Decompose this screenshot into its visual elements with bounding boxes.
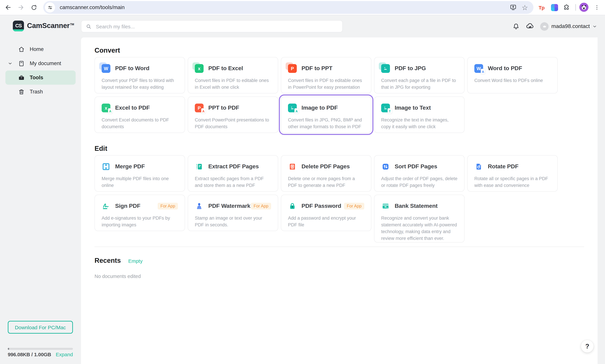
install-app-icon[interactable]: [510, 4, 517, 11]
section-title-convert: Convert: [94, 47, 584, 54]
camscanner-logo[interactable]: CS CamScannerTM: [13, 21, 74, 31]
rotate-pdf-card[interactable]: Rotate PDF Rotate all or specific pages …: [467, 155, 558, 192]
pdf-to-ppt-card[interactable]: P PDF to PPT Convert files in PDF to edi…: [281, 57, 371, 93]
no-documents-message: No documents edited: [94, 273, 584, 279]
search-icon: [85, 23, 92, 29]
browser-toolbar: camscanner.com/tools/main ☆ Tp: [0, 0, 605, 15]
recents-title: Recents: [94, 257, 121, 264]
camscanner-tools-page: camscanner.com/tools/main ☆ Tp CS CamSca…: [0, 0, 605, 364]
toolbar-separator: [575, 4, 576, 11]
back-icon[interactable]: [4, 3, 12, 12]
reload-icon[interactable]: [30, 3, 38, 12]
tool-description: Convert files in PDF to editable ones in…: [288, 77, 364, 91]
extension-tp-icon[interactable]: Tp: [538, 3, 546, 12]
bank-statement-card[interactable]: Bank Statement Recognize and convert you…: [374, 195, 465, 243]
expand-storage-link[interactable]: Expand: [56, 351, 73, 357]
extension-gradient-icon[interactable]: [550, 3, 558, 12]
tool-title: Word to PDF: [488, 65, 522, 72]
cloud-sync-icon[interactable]: [526, 22, 535, 31]
pdf-to-jpg-card[interactable]: PDF to JPG Convert each page of a file i…: [374, 57, 465, 93]
trash-icon: [18, 88, 25, 95]
tool-description: Convert Excel documents to PDF documents: [102, 117, 178, 130]
site-settings-chip[interactable]: [45, 2, 55, 13]
url-text[interactable]: camscanner.com/tools/main: [60, 4, 510, 11]
tool-title: Image to Text: [395, 104, 431, 111]
document-icon: [18, 60, 25, 67]
account-menu[interactable]: mada98.contact: [540, 22, 597, 30]
address-bar[interactable]: camscanner.com/tools/main ☆: [43, 1, 533, 14]
word-to-pdf-icon: WA: [474, 64, 483, 73]
forward-icon[interactable]: [17, 3, 25, 12]
main-panel: Convert W PDF to Word Convert your PDF f…: [81, 38, 598, 364]
image-to-text-card[interactable]: T Image to Text Recognize the text in th…: [374, 96, 465, 133]
help-button[interactable]: ?: [581, 340, 593, 352]
merge-pdf-icon: [102, 162, 110, 171]
sort-pdf-pages-icon: [381, 162, 390, 171]
bank-statement-icon: [381, 202, 390, 210]
tool-title: PPT to PDF: [208, 104, 239, 111]
pdf-to-ppt-icon: P: [288, 64, 297, 73]
sign-pdf-icon: [102, 202, 110, 210]
sidebar: Home My document Tools Trash Download Fo…: [0, 38, 81, 364]
word-to-pdf-card[interactable]: WA Word to PDF Convert Word files to PDF…: [467, 57, 558, 93]
recents-empty-link[interactable]: Empty: [128, 258, 143, 264]
merge-pdf-card[interactable]: Merge PDF Merge multiple PDF files into …: [94, 155, 185, 192]
sidebar-item-home[interactable]: Home: [5, 42, 76, 56]
tune-icon: [47, 5, 53, 10]
panda-icon: [580, 3, 588, 11]
rotate-pdf-icon: [474, 162, 483, 171]
delete-pdf-pages-card[interactable]: Delete PDF Pages Delete one or more page…: [281, 155, 371, 192]
tool-description: Convert Word files to PDFs online: [474, 77, 551, 84]
home-icon: [18, 46, 25, 53]
tool-title: PDF Password: [301, 203, 341, 209]
pdf-watermark-card[interactable]: PDF Watermark For App Stamp an image or …: [188, 195, 278, 231]
convert-cards-grid: W PDF to Word Convert your PDF files to …: [94, 57, 584, 133]
tool-description: Adjust the order of PDF pages, delete or…: [381, 175, 457, 189]
notifications-bell-icon[interactable]: [512, 22, 520, 30]
sidebar-item-trash[interactable]: Trash: [5, 85, 76, 99]
tool-description: Add a password and encrypt your PDF file: [288, 215, 364, 228]
bookmark-star-icon[interactable]: ☆: [522, 4, 528, 11]
tool-title: Merge PDF: [115, 163, 145, 170]
excel-to-pdf-card[interactable]: xA Excel to PDF Convert Excel documents …: [94, 96, 185, 133]
tool-description: Recognize and convert your bank statemen…: [381, 215, 457, 242]
tool-description: Rotate all or specific pages in a PDF wi…: [474, 175, 551, 189]
storage-progress-bar: [8, 348, 73, 350]
pdf-watermark-icon: [195, 202, 203, 210]
pdf-password-card[interactable]: PDF Password For App Add a password and …: [281, 195, 371, 231]
pdf-to-excel-card[interactable]: x PDF to Excel Convert files in PDF to e…: [188, 57, 278, 93]
trademark: TM: [70, 23, 74, 26]
pdf-to-excel-icon: x: [195, 64, 203, 73]
sidebar-item-label: Tools: [30, 75, 43, 81]
for-app-badge: For App: [251, 203, 271, 209]
search-input[interactable]: [95, 23, 313, 29]
sidebar-item-label: My document: [30, 60, 61, 66]
sign-pdf-card[interactable]: Sign PDF For App Add e-signatures to you…: [94, 195, 185, 231]
browser-menu-icon[interactable]: [593, 3, 600, 12]
premium-crown-avatar: [540, 22, 549, 30]
excel-to-pdf-icon: xA: [102, 104, 110, 112]
pdf-to-word-card[interactable]: W PDF to Word Convert your PDF files to …: [94, 57, 185, 93]
image-to-pdf-card[interactable]: A Image to PDF Convert files in JPG, PNG…: [281, 96, 371, 133]
ppt-to-pdf-card[interactable]: PA PPT to PDF Convert PowerPoint present…: [188, 96, 278, 133]
download-pc-mac-button[interactable]: Download For PC/Mac: [8, 321, 73, 334]
storage-usage-text: 996.08KB / 1.00GB: [8, 351, 51, 357]
sidebar-item-tools[interactable]: Tools: [5, 70, 76, 85]
extensions-puzzle-icon[interactable]: [563, 3, 571, 12]
crown-icon: [542, 24, 547, 29]
tool-title: Image to PDF: [301, 104, 338, 111]
tool-title: PDF to Word: [115, 65, 149, 72]
tool-description: Convert files in JPG, PNG, BMP and other…: [288, 117, 364, 130]
tool-title: PDF to JPG: [395, 65, 426, 72]
chevron-down-icon[interactable]: [8, 61, 13, 66]
tool-description: Convert each page of a file in PDF to th…: [381, 77, 457, 91]
browser-profile-avatar[interactable]: [579, 3, 589, 12]
sort-pdf-pages-card[interactable]: Sort PDF Pages Adjust the order of PDF p…: [374, 155, 465, 192]
app-header: CS CamScannerTM mada98.contact: [0, 15, 605, 38]
tool-description: Stamp an image or text over your PDF in …: [195, 215, 271, 228]
search-bar[interactable]: [81, 20, 343, 32]
for-app-badge: For App: [344, 203, 364, 209]
extract-pdf-pages-card[interactable]: Extract PDF Pages Extract specific pages…: [188, 155, 278, 192]
image-to-pdf-icon: A: [288, 104, 297, 112]
sidebar-item-my-document[interactable]: My document: [5, 56, 76, 70]
